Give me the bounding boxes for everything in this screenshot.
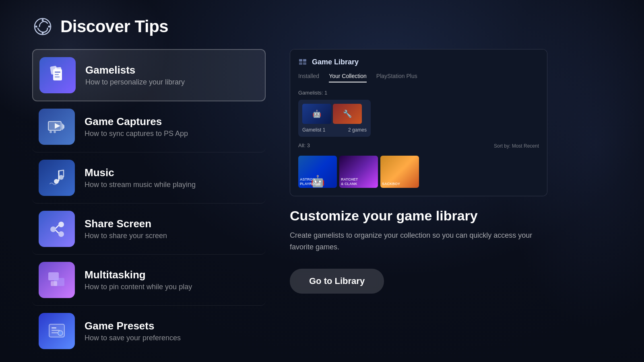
tip-subtitle-game-presets: How to save your preferences (85, 334, 181, 342)
svg-rect-8 (55, 72, 60, 73)
mockup-title: Game Library (312, 58, 359, 66)
mockup-game-sackboy: SACKBOY (380, 156, 419, 188)
svg-point-19 (58, 231, 64, 237)
svg-rect-10 (55, 76, 60, 78)
svg-point-15 (54, 179, 59, 184)
svg-rect-31 (303, 59, 306, 62)
game-library-icon (298, 58, 307, 66)
mockup-gamelist-card: 🤖 🔧 Gamelist 1 2 games (298, 100, 371, 137)
mockup-sort-label: Sort by: Most Recent (494, 143, 539, 149)
mockup-header: Game Library (298, 58, 539, 66)
svg-point-14 (54, 131, 56, 133)
tip-icon-gamelists (39, 57, 76, 93)
svg-point-3 (35, 26, 37, 28)
tip-subtitle-gamelists: How to personalize your library (85, 78, 185, 86)
svg-rect-30 (299, 59, 302, 62)
svg-point-1 (42, 19, 44, 21)
screenshot-mockup: Game Library Installed Your Collection P… (290, 49, 547, 196)
tip-title-music: Music (85, 167, 196, 179)
svg-point-18 (58, 222, 64, 227)
svg-point-13 (50, 131, 52, 133)
mockup-tab-your-collection[interactable]: Your Collection (329, 73, 367, 82)
svg-rect-28 (52, 332, 58, 333)
svg-rect-26 (52, 327, 56, 329)
svg-rect-24 (51, 281, 57, 286)
mockup-game-ratchet: RATCHET& CLANK (339, 156, 378, 188)
tip-text-game-presets: Game PresetsHow to save your preferences (85, 320, 181, 342)
discover-tips-icon (32, 16, 53, 37)
tip-title-multitasking: Multitasking (85, 269, 192, 281)
tip-text-share-screen: Share ScreenHow to share your screen (85, 218, 167, 240)
tip-icon-music (39, 160, 75, 196)
mockup-tab-ps-plus[interactable]: PlayStation Plus (376, 73, 417, 82)
tip-item-game-presets[interactable]: Game PresetsHow to save your preferences (32, 306, 266, 356)
mockup-thumb-astros: 🤖 (302, 104, 331, 124)
page-header: Discover Tips (32, 16, 620, 37)
mockup-gamelist-name: Gamelist 1 (302, 127, 325, 133)
tip-title-game-captures: Game Captures (85, 115, 188, 128)
ratchet-label: RATCHET& CLANK (341, 177, 358, 186)
svg-rect-33 (303, 62, 306, 65)
mockup-gamelists-label: Gamelists: 1 (298, 90, 539, 96)
mockup-all-label: All: 3 (298, 142, 310, 148)
svg-line-20 (56, 226, 58, 228)
svg-rect-27 (52, 330, 60, 331)
svg-line-21 (56, 230, 58, 233)
mockup-gamelist-info: Gamelist 1 2 games (302, 127, 367, 133)
svg-point-29 (58, 331, 63, 335)
customize-title: Customize your game library (290, 208, 547, 224)
go-to-library-button[interactable]: Go to Library (290, 269, 384, 294)
tip-subtitle-game-captures: How to sync captures to PS App (85, 130, 188, 138)
tip-title-share-screen: Share Screen (85, 218, 167, 230)
tip-item-gamelists[interactable]: GamelistsHow to personalize your library (32, 49, 266, 101)
svg-point-2 (48, 26, 50, 28)
mockup-tabs: Installed Your Collection PlayStation Pl… (298, 73, 539, 82)
mockup-tab-installed[interactable]: Installed (298, 73, 319, 82)
tip-title-gamelists: Gamelists (85, 64, 185, 76)
mockup-inner: Game Library Installed Your Collection P… (290, 49, 547, 196)
page-title: Discover Tips (60, 17, 168, 36)
svg-rect-9 (55, 74, 59, 75)
tip-text-multitasking: MultitaskingHow to pin content while you… (85, 269, 192, 291)
main-content: GamelistsHow to personalize your library… (32, 49, 620, 356)
description-area: Customize your game library Create gamel… (290, 208, 547, 294)
tip-icon-share-screen (39, 211, 75, 247)
tip-item-music[interactable]: MusicHow to stream music while playing (32, 152, 266, 204)
tip-subtitle-share-screen: How to share your screen (85, 232, 167, 240)
tip-text-music: MusicHow to stream music while playing (85, 167, 196, 189)
svg-point-4 (42, 32, 44, 34)
preview-panel: Game Library Installed Your Collection P… (290, 49, 620, 356)
tip-item-share-screen[interactable]: Share ScreenHow to share your screen (32, 204, 266, 255)
tip-icon-game-presets (39, 313, 75, 349)
tip-item-multitasking[interactable]: MultitaskingHow to pin content while you… (32, 255, 266, 306)
tip-subtitle-music: How to stream music while playing (85, 181, 196, 189)
sackboy-label: SACKBOY (382, 182, 400, 186)
page-container: Discover Tips GamelistsHow to personaliz… (0, 0, 644, 362)
tip-subtitle-multitasking: How to pin content while you play (85, 283, 192, 291)
customize-body: Create gamelists to organize your collec… (290, 230, 547, 253)
tip-icon-multitasking (39, 262, 75, 298)
tips-list: GamelistsHow to personalize your library… (32, 49, 266, 356)
mockup-games-row: 🤖 ASTRO'sPLAYROOM RATCHET& CLANK SACKBOY (298, 156, 539, 188)
tip-icon-game-captures (39, 109, 75, 145)
svg-rect-32 (299, 62, 302, 65)
tip-text-game-captures: Game CapturesHow to sync captures to PS … (85, 115, 188, 138)
mockup-gamelist-count: 2 games (348, 127, 367, 133)
mockup-gamelist-thumbs: 🤖 🔧 (302, 104, 367, 124)
svg-point-17 (50, 226, 56, 232)
astros-label: ASTRO'sPLAYROOM (300, 177, 320, 186)
tip-text-gamelists: GamelistsHow to personalize your library (85, 64, 185, 86)
tip-title-game-presets: Game Presets (85, 320, 181, 332)
svg-point-16 (59, 175, 64, 180)
mockup-game-astros: 🤖 ASTRO'sPLAYROOM (298, 156, 337, 188)
mockup-thumb-ratchet: 🔧 (333, 104, 362, 124)
tip-item-game-captures[interactable]: Game CapturesHow to sync captures to PS … (32, 101, 266, 152)
